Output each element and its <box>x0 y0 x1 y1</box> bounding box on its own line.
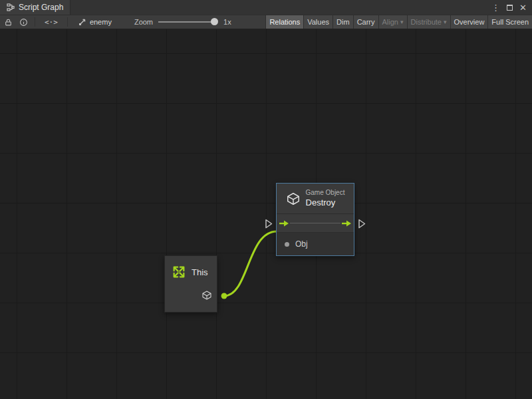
obj-input-label: Obj <box>295 239 308 249</box>
graph-toolbar: <·> enemy Zoom 1x Relations Values Dim <box>0 15 532 29</box>
destroy-flow-row <box>277 214 354 233</box>
overview-button[interactable]: Overview <box>450 15 488 29</box>
flow-relation-line <box>290 223 340 223</box>
distribute-dropdown-button[interactable]: Distribute ▾ <box>407 15 450 29</box>
align-dropdown-button[interactable]: Align ▾ <box>378 15 407 29</box>
this-output-port-dot <box>221 293 227 299</box>
graph-name-label[interactable]: enemy <box>90 18 112 26</box>
relations-button[interactable]: Relations <box>265 15 303 29</box>
tabbar-spacer <box>70 0 486 15</box>
values-button-label: Values <box>307 18 329 26</box>
tab-bar: Script Graph ⋮ ✕ <box>0 0 532 15</box>
values-button[interactable]: Values <box>303 15 332 29</box>
zoom-label: Zoom <box>134 18 153 26</box>
chevron-down-icon: ▾ <box>444 19 447 25</box>
tab-script-graph[interactable]: Script Graph <box>0 0 70 15</box>
toolbar-buttons: Relations Values Dim Carry Align ▾ Distr… <box>265 15 532 29</box>
this-node-header: This <box>165 256 217 279</box>
zoom-value: 1x <box>223 18 231 26</box>
node-destroy[interactable]: Game Object Destroy <box>276 183 354 256</box>
flow-in-arrow-icon <box>279 219 289 227</box>
connection-wire[interactable] <box>0 29 532 399</box>
fullscreen-button[interactable]: Full Screen <box>487 15 532 29</box>
dim-button-label: Dim <box>336 18 350 26</box>
window-controls: ⋮ ✕ <box>486 0 532 15</box>
destroy-node-titles: Game Object Destroy <box>306 189 345 208</box>
flow-out-arrow-icon <box>341 219 352 227</box>
destroy-node-header: Game Object Destroy <box>277 184 354 214</box>
maximize-icon[interactable] <box>507 3 513 12</box>
obj-input-port-dot[interactable] <box>285 242 289 247</box>
destroy-node-category: Game Object <box>306 189 345 198</box>
game-object-cube-icon <box>286 192 301 206</box>
align-button-label: Align <box>382 18 398 26</box>
control-output-port-icon[interactable] <box>358 219 366 229</box>
close-icon[interactable]: ✕ <box>519 3 527 12</box>
destroy-node-title: Destroy <box>306 198 345 208</box>
info-icon[interactable] <box>19 18 28 27</box>
overview-button-label: Overview <box>454 18 485 26</box>
relations-button-label: Relations <box>269 18 300 26</box>
distribute-button-label: Distribute <box>411 18 442 26</box>
zoom-slider[interactable] <box>158 19 217 25</box>
zoom-slider-handle[interactable] <box>211 18 218 25</box>
this-node-ports <box>165 279 217 301</box>
zoom-slider-track[interactable] <box>158 21 217 23</box>
this-icon <box>172 265 186 279</box>
toolbar-separator <box>67 17 68 27</box>
tab-title: Script Graph <box>19 3 63 12</box>
toolbar-separator <box>35 17 35 27</box>
graph-asset-icon <box>78 18 86 26</box>
carry-button[interactable]: Carry <box>353 15 378 29</box>
control-input-port-icon[interactable] <box>265 219 273 229</box>
node-this[interactable]: This <box>164 255 217 313</box>
destroy-obj-row: Obj <box>277 233 354 255</box>
script-graph-icon <box>7 3 15 11</box>
kebab-menu-icon[interactable]: ⋮ <box>491 3 500 12</box>
fullscreen-button-label: Full Screen <box>491 18 529 26</box>
chevron-down-icon: ▾ <box>400 19 404 25</box>
graph-canvas[interactable]: This <box>0 29 532 399</box>
this-node-title: This <box>192 267 208 277</box>
lock-icon[interactable] <box>4 18 13 27</box>
edit-graph-icon[interactable]: <·> <box>45 18 58 27</box>
carry-button-label: Carry <box>357 18 375 26</box>
dim-button[interactable]: Dim <box>332 15 353 29</box>
game-object-output-port-icon[interactable] <box>201 290 212 301</box>
script-graph-window: Script Graph ⋮ ✕ <·> enem <box>0 0 532 399</box>
